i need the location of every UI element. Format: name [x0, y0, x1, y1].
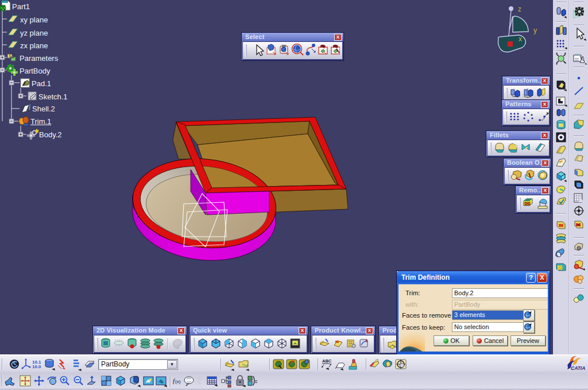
svg-text:(x): (x)	[175, 379, 181, 384]
svg-text:y: y	[533, 26, 537, 34]
svg-text:x: x	[519, 35, 522, 43]
svg-text:10.0: 10.0	[32, 364, 41, 369]
svg-text:ABC: ABC	[322, 358, 332, 364]
svg-text:z: z	[518, 5, 521, 13]
svg-text:CATIA: CATIA	[571, 365, 585, 371]
